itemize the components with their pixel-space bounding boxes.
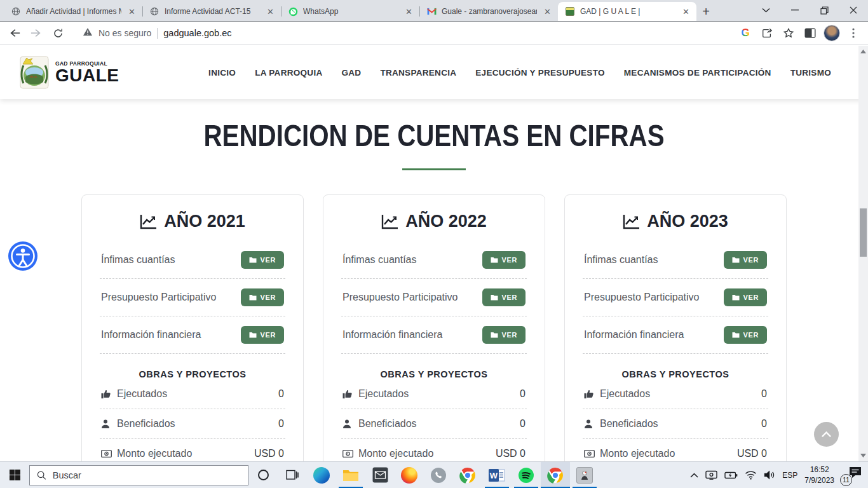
tab-informe-actividad[interactable]: Informe Actividad ACT-15 ✕ <box>142 2 281 21</box>
scrollbar-up-arrow[interactable] <box>858 47 868 56</box>
tab-gmail-guale[interactable]: Guale - zambranoverajoseam ✕ <box>419 2 558 21</box>
tray-volume-icon[interactable] <box>764 470 775 480</box>
start-button[interactable] <box>0 462 29 488</box>
page-scrollbar[interactable] <box>858 46 868 461</box>
scroll-to-top-button[interactable] <box>814 422 839 447</box>
ver-button[interactable]: VER <box>482 326 526 344</box>
tab-close-icon[interactable]: ✕ <box>542 6 553 17</box>
tab-close-icon[interactable]: ✕ <box>265 6 276 17</box>
tab-search-chevron-icon[interactable] <box>751 0 780 20</box>
nav-item-transparencia[interactable]: TRANSPARENCIA <box>380 68 456 78</box>
tray-cast-display-icon[interactable] <box>705 470 717 480</box>
taskbar-app-word[interactable]: W <box>482 462 512 488</box>
browser-menu-dots-icon[interactable] <box>843 22 864 44</box>
task-view-icon <box>286 470 299 480</box>
task-view-button[interactable] <box>278 462 307 488</box>
cortana-button[interactable] <box>248 462 278 488</box>
minimize-button[interactable] <box>780 0 810 20</box>
ver-button[interactable]: VER <box>241 326 284 344</box>
close-window-button[interactable] <box>839 0 868 20</box>
stat-value: 0 <box>278 418 284 430</box>
link-row-infimas: Ínfimas cuantías VER <box>583 241 768 279</box>
forward-button[interactable] <box>25 22 47 44</box>
card-links: Ínfimas cuantías VER Presupuesto Partici… <box>341 241 527 354</box>
link-label: Presupuesto Participativo <box>342 292 458 303</box>
nav-item-mecanismos-participacion[interactable]: MECANISMOS DE PARTICIPACIÓN <box>624 68 771 78</box>
card-year-label: AÑO 2021 <box>164 212 245 231</box>
security-label[interactable]: No es seguro <box>98 28 151 38</box>
not-secure-warning-icon[interactable] <box>83 27 93 39</box>
nav-item-gad[interactable]: GAD <box>342 68 362 78</box>
scrollbar-down-arrow[interactable] <box>858 451 868 460</box>
restore-button[interactable] <box>810 0 839 20</box>
svg-text:W: W <box>490 471 498 480</box>
link-row-informacion: Información financiera VER <box>341 316 527 354</box>
whatsapp-icon <box>288 6 298 17</box>
tab-close-icon[interactable]: ✕ <box>403 6 414 17</box>
taskbar-clock[interactable]: 16:52 7/9/2023 <box>804 464 834 485</box>
side-panel-icon[interactable] <box>799 22 821 44</box>
page-title: RENDICION DE CUENTAS EN CIFRAS <box>69 118 798 153</box>
new-tab-button[interactable]: + <box>696 2 715 21</box>
ver-button[interactable]: VER <box>724 251 767 269</box>
ver-button[interactable]: VER <box>482 288 526 306</box>
bookmark-star-icon[interactable] <box>778 22 799 44</box>
taskbar-app-firefox[interactable] <box>395 462 424 488</box>
reload-button[interactable] <box>47 22 69 44</box>
taskbar-app-file-explorer[interactable] <box>336 462 365 488</box>
site-logo[interactable]: GAD PARROQUIAL GUALE <box>19 55 119 90</box>
scrollbar-thumb[interactable] <box>860 208 867 257</box>
taskbar-app-edge[interactable] <box>307 462 336 488</box>
taskbar-app-spotify[interactable] <box>512 462 541 488</box>
tab-whatsapp[interactable]: WhatsApp ✕ <box>281 2 419 21</box>
profile-avatar[interactable] <box>821 22 843 44</box>
tray-wifi-icon[interactable] <box>745 470 757 480</box>
google-g-icon[interactable]: G <box>735 22 756 44</box>
stat-label: Ejecutados <box>358 388 409 400</box>
notification-center-button[interactable]: 11 <box>841 464 863 486</box>
stat-label: Beneficiados <box>358 418 417 430</box>
folder-icon <box>491 257 498 263</box>
address-bar[interactable]: No es seguro gadguale.gob.ec <box>74 24 729 43</box>
taskbar-app-whatsapp[interactable] <box>424 462 453 488</box>
ver-button[interactable]: VER <box>724 288 767 306</box>
tab-close-icon[interactable]: ✕ <box>681 6 691 17</box>
ver-button[interactable]: VER <box>241 288 284 306</box>
tab-gad-guale-active[interactable]: GAD | G U A L E | ✕ <box>558 2 696 21</box>
search-input[interactable] <box>53 470 241 480</box>
nav-item-la-parroquia[interactable]: LA PARROQUIA <box>255 68 322 78</box>
back-button[interactable] <box>4 22 25 44</box>
taskbar-app-chrome-active[interactable] <box>541 462 570 488</box>
tab-anadir-actividad[interactable]: Añadir Actividad | Informes M ✕ <box>4 2 142 21</box>
language-indicator[interactable]: ESP <box>782 471 797 480</box>
site-header: GAD PARROQUIAL GUALE INICIO LA PARROQUIA… <box>0 46 868 99</box>
taskbar-app-mail[interactable] <box>365 462 395 488</box>
taskbar-app-java[interactable] <box>570 462 599 488</box>
title-underline <box>402 168 466 170</box>
taskbar-app-chrome[interactable] <box>453 462 482 488</box>
card-links: Ínfimas cuantías VER Presupuesto Partici… <box>100 241 285 354</box>
nav-item-inicio[interactable]: INICIO <box>208 68 236 78</box>
stat-label: Beneficiados <box>117 418 175 430</box>
url-text[interactable]: gadguale.gob.ec <box>163 28 231 38</box>
nav-item-ejecucion-presupuesto[interactable]: EJECUCIÓN Y PRESUPUESTO <box>475 68 604 78</box>
link-label: Presupuesto Participativo <box>101 292 216 303</box>
ver-button[interactable]: VER <box>482 251 526 269</box>
tray-chevron-up-icon[interactable] <box>690 473 698 478</box>
nav-item-turismo[interactable]: TURISMO <box>790 68 831 78</box>
toolbar-right: G <box>735 22 864 44</box>
obras-proyectos-title: OBRAS Y PROYECTOS <box>583 369 768 379</box>
tab-close-icon[interactable]: ✕ <box>126 6 137 17</box>
taskbar-search[interactable] <box>29 465 248 485</box>
stat-label: Monto ejecutado <box>600 448 675 459</box>
accessibility-widget-button[interactable] <box>8 241 38 271</box>
mail-icon <box>372 467 388 483</box>
tray-battery-charging-icon[interactable] <box>724 471 738 479</box>
cortana-icon <box>258 470 269 480</box>
banknote-icon <box>584 450 595 458</box>
globe-icon <box>11 6 21 17</box>
ver-button-label: VER <box>502 294 517 301</box>
share-icon[interactable] <box>756 22 778 44</box>
ver-button[interactable]: VER <box>241 251 284 269</box>
ver-button[interactable]: VER <box>724 326 767 344</box>
